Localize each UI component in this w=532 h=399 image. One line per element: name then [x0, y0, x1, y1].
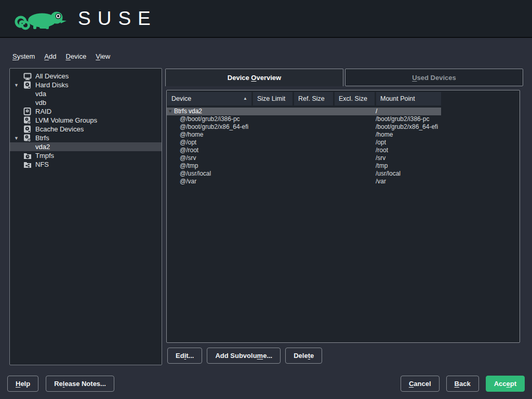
table-row-subvolume[interactable]: @/var /var: [167, 178, 520, 185]
footer-left: Help Release Notes...: [7, 376, 114, 392]
brand-header: SUSE: [0, 0, 532, 38]
edit-button[interactable]: Edit...: [167, 348, 202, 364]
tmpfs-icon: [23, 152, 32, 160]
footer-right: Cancel Back Accept: [401, 376, 525, 392]
expander-open-icon[interactable]: ▼: [14, 83, 23, 88]
table-row-subvolume[interactable]: @/tmp /tmp: [167, 162, 520, 170]
sidebar-item-bcache-devices[interactable]: Bcache Devices: [10, 125, 162, 134]
sidebar-item-raid[interactable]: RAID: [10, 107, 162, 116]
table-row-subvolume[interactable]: @/opt /opt: [167, 139, 520, 147]
brand-name: SUSE: [78, 6, 157, 32]
nfs-share-icon: [23, 161, 32, 169]
table-actions: Edit... Add Subvolume... Delete: [167, 348, 322, 364]
table-row-subvolume[interactable]: @/boot/grub2/x86_64-efi /boot/grub2/x86_…: [167, 123, 520, 131]
tab-used-devices[interactable]: Used Devices: [345, 69, 523, 86]
sidebar-item-nfs[interactable]: NFS: [10, 160, 162, 169]
accept-button[interactable]: Accept: [486, 376, 525, 392]
table-row-subvolume[interactable]: @/boot/grub2/i386-pc /boot/grub2/i386-pc: [167, 115, 520, 123]
table-row-subvolume[interactable]: @/srv /srv: [167, 154, 520, 162]
table-row-subvolume[interactable]: @/usr/local /usr/local: [167, 170, 520, 178]
menubar: System Add Device View: [12, 50, 110, 62]
column-header-excl-size[interactable]: Excl. Size: [335, 92, 375, 105]
menu-add[interactable]: Add: [44, 52, 56, 60]
collapse-icon[interactable]: ▼: [168, 108, 172, 115]
sidebar-item-lvm-volume-groups[interactable]: LVM Volume Groups: [10, 116, 162, 125]
add-subvolume-button[interactable]: Add Subvolume...: [207, 348, 281, 364]
hard-disk-icon: [23, 81, 32, 89]
sidebar-item-all-devices[interactable]: All Devices: [10, 72, 162, 81]
table-header: Device ▲ Size Limit Ref. Size Excl. Size…: [167, 92, 520, 105]
sort-ascending-icon: ▲: [243, 92, 247, 105]
table-row-subvolume[interactable]: @/root /root: [167, 147, 520, 154]
device-tree-panel: All Devices ▼ Hard Disks vda vdb RAID LV…: [9, 68, 162, 365]
sidebar-item-vdb[interactable]: vdb: [10, 98, 162, 107]
raid-icon: [23, 108, 32, 116]
bcache-icon: [23, 125, 32, 134]
column-header-device[interactable]: Device ▲: [167, 92, 251, 105]
subvolume-table: Device ▲ Size Limit Ref. Size Excl. Size…: [166, 90, 520, 343]
table-row-btrfs-vda2[interactable]: ▼ Btrfs vda2 /: [167, 108, 441, 115]
help-button[interactable]: Help: [7, 376, 38, 392]
suse-logo: SUSE: [14, 6, 157, 32]
menu-device[interactable]: Device: [65, 52, 86, 60]
btrfs-icon: [23, 134, 32, 142]
column-header-size-limit[interactable]: Size Limit: [253, 92, 292, 105]
sidebar-item-tmpfs[interactable]: Tmpfs: [10, 151, 162, 160]
lvm-icon: [23, 116, 32, 125]
sidebar-item-hard-disks[interactable]: ▼ Hard Disks: [10, 81, 162, 89]
cancel-button[interactable]: Cancel: [401, 376, 440, 392]
suse-chameleon-icon: [14, 6, 71, 32]
menu-view[interactable]: View: [96, 52, 110, 60]
delete-button[interactable]: Delete: [285, 348, 322, 364]
sidebar-item-btrfs[interactable]: ▼ Btrfs: [10, 134, 162, 142]
table-body: ▼ Btrfs vda2 / @/boot/grub2/i386-pc /boo…: [167, 108, 520, 185]
release-notes-button[interactable]: Release Notes...: [46, 376, 114, 392]
monitor-icon: [23, 72, 32, 81]
tabbar: Device Overview Used Devices: [165, 69, 523, 86]
tab-device-overview[interactable]: Device Overview: [165, 69, 343, 86]
column-header-mount-point[interactable]: Mount Point: [376, 92, 441, 105]
sidebar-item-vda2[interactable]: vda2: [10, 142, 162, 151]
sidebar-item-vda[interactable]: vda: [10, 89, 162, 98]
expander-open-icon[interactable]: ▼: [14, 136, 23, 141]
back-button[interactable]: Back: [446, 376, 479, 392]
table-row-subvolume[interactable]: @/home /home: [167, 131, 520, 139]
column-header-ref-size[interactable]: Ref. Size: [294, 92, 333, 105]
menu-system[interactable]: System: [12, 52, 35, 60]
